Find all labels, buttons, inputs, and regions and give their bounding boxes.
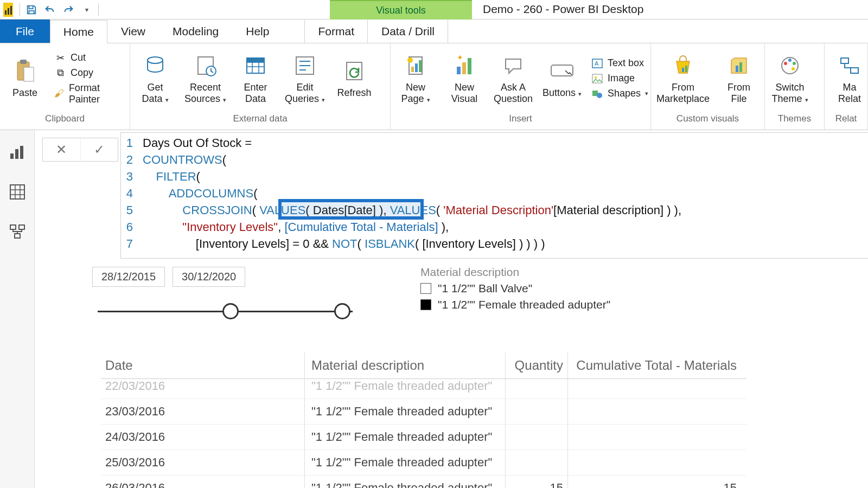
group-insert-label: Insert (391, 113, 650, 130)
svg-point-14 (407, 57, 413, 63)
data-view-button[interactable] (8, 182, 27, 202)
view-rail (0, 130, 35, 488)
switch-theme-button[interactable]: Switch Theme ▾ (770, 53, 809, 104)
group-external-label: External data (130, 113, 390, 130)
svg-rect-42 (19, 225, 24, 229)
dax-code[interactable]: Days Out Of Stock = COUNTROWS( FILTER( A… (143, 136, 861, 254)
from-marketplace-button[interactable]: From Marketplace (656, 53, 710, 104)
app-icon (3, 3, 13, 17)
dax-editor[interactable]: 1234567 Days Out Of Stock = COUNTROWS( F… (120, 132, 868, 259)
edit-queries-button[interactable]: Edit Queries ▾ (285, 53, 325, 104)
svg-rect-16 (462, 62, 466, 74)
svg-rect-19 (551, 65, 573, 76)
formula-controls: ✕ ✓ (42, 138, 118, 162)
group-rel-label: Relat (825, 113, 867, 130)
svg-point-3 (148, 57, 163, 63)
svg-point-32 (788, 59, 792, 62)
svg-rect-38 (15, 149, 18, 159)
cut-button[interactable]: ✂Cut (54, 52, 124, 64)
svg-point-31 (784, 62, 787, 65)
tab-format[interactable]: Format (304, 20, 368, 43)
redo-button[interactable] (59, 0, 78, 20)
svg-text:✦: ✦ (457, 55, 463, 62)
shapes-button[interactable]: Shapes ▾ (591, 88, 648, 100)
group-clipboard-label: Clipboard (0, 113, 130, 130)
data-table[interactable]: Date Material description Quantity Cumul… (101, 352, 746, 488)
slider-handle-right[interactable] (334, 303, 350, 319)
svg-point-25 (597, 93, 602, 98)
enter-data-button[interactable]: Enter Data (236, 53, 275, 104)
window-title: Demo - 260 - Power BI Desktop (483, 3, 643, 16)
text-box-button[interactable]: AText box (591, 57, 648, 69)
image-button[interactable]: Image (591, 73, 648, 85)
svg-rect-27 (685, 66, 687, 72)
checkbox-icon[interactable] (420, 283, 431, 294)
svg-rect-13 (419, 60, 422, 72)
tab-help[interactable]: Help (232, 20, 283, 43)
svg-rect-17 (468, 58, 471, 74)
refresh-button[interactable]: Refresh (335, 58, 374, 99)
format-painter-button[interactable]: 🖌Format Painter (54, 82, 124, 105)
svg-rect-37 (10, 153, 14, 159)
svg-rect-26 (682, 68, 684, 72)
image-icon (591, 73, 603, 85)
legend-item-0[interactable]: "1 1/2"" Ball Valve" (420, 282, 610, 295)
svg-rect-7 (247, 58, 264, 62)
model-view-button[interactable] (8, 222, 27, 242)
svg-text:A: A (595, 60, 599, 67)
from-file-button[interactable]: From File (719, 53, 758, 104)
svg-rect-12 (415, 63, 418, 72)
buttons-button[interactable]: Buttons ▾ (542, 58, 582, 99)
ribbon-tabs: File Home View Modeling Help Format Data… (0, 20, 868, 43)
slicer-from[interactable]: 28/12/2015 (92, 267, 165, 287)
tab-view[interactable]: View (107, 20, 159, 43)
table-row[interactable]: 26/03/2016"1 1/2"" Female threaded adupt… (101, 475, 746, 488)
report-view-button[interactable] (8, 142, 27, 162)
new-page-button[interactable]: New Page ▾ (396, 53, 435, 104)
table-row[interactable]: 23/03/2016"1 1/2"" Female threaded adupt… (101, 399, 746, 424)
shapes-icon (591, 88, 603, 100)
new-visual-button[interactable]: ✦New Visual (445, 53, 484, 104)
checkbox-icon[interactable] (420, 299, 431, 310)
qat-customize[interactable]: ▾ (78, 0, 96, 20)
get-data-button[interactable]: Get Data ▾ (136, 53, 175, 104)
svg-point-34 (792, 67, 795, 70)
ask-a-question-button[interactable]: Ask A Question (494, 53, 533, 104)
table-row[interactable]: 25/03/2016"1 1/2"" Female threaded adupt… (101, 450, 746, 475)
svg-rect-11 (411, 67, 414, 72)
tab-file[interactable]: File (0, 20, 50, 43)
copy-button[interactable]: ⧉Copy (54, 67, 124, 79)
group-themes-label: Themes (765, 113, 824, 130)
group-custom-label: Custom visuals (651, 113, 764, 130)
material-legend: Material description "1 1/2"" Ball Valve… (420, 266, 610, 314)
save-button[interactable] (22, 0, 41, 20)
tab-modeling[interactable]: Modeling (159, 20, 232, 43)
slicer-to[interactable]: 30/12/2020 (173, 267, 245, 287)
legend-item-1[interactable]: "1 1/2"" Female threaded adupter" (420, 298, 610, 311)
tab-home[interactable]: Home (50, 20, 107, 43)
undo-button[interactable] (41, 0, 59, 20)
svg-rect-15 (457, 67, 461, 74)
legend-header: Material description (420, 266, 610, 279)
table-row[interactable]: 22/03/2016"1 1/2"" Female threaded adupt… (101, 374, 746, 399)
ribbon: Paste ✂Cut ⧉Copy 🖌Format Painter Clipboa… (0, 43, 868, 130)
manage-relationships-button[interactable]: Ma Relat (830, 53, 868, 104)
title-bar: ▾ Visual tools Demo - 260 - Power BI Des… (0, 0, 868, 20)
recent-sources-button[interactable]: Recent Sources ▾ (184, 53, 226, 104)
date-slider[interactable] (92, 301, 358, 323)
slider-handle-left[interactable] (222, 303, 239, 319)
svg-rect-41 (10, 225, 16, 229)
svg-rect-29 (739, 62, 742, 72)
formula-commit-button[interactable]: ✓ (81, 138, 118, 161)
svg-rect-1 (20, 60, 27, 64)
tab-data-drill[interactable]: Data / Drill (368, 20, 448, 43)
contextual-tab-visual-tools: Visual tools (330, 0, 472, 20)
paste-button[interactable]: Paste (5, 58, 44, 99)
svg-rect-39 (20, 146, 23, 159)
svg-rect-36 (851, 68, 858, 73)
svg-rect-28 (736, 66, 738, 72)
formula-cancel-button[interactable]: ✕ (43, 138, 81, 161)
table-row[interactable]: 24/03/2016"1 1/2"" Female threaded adupt… (101, 424, 746, 450)
svg-rect-2 (24, 67, 34, 81)
svg-point-33 (793, 62, 796, 65)
